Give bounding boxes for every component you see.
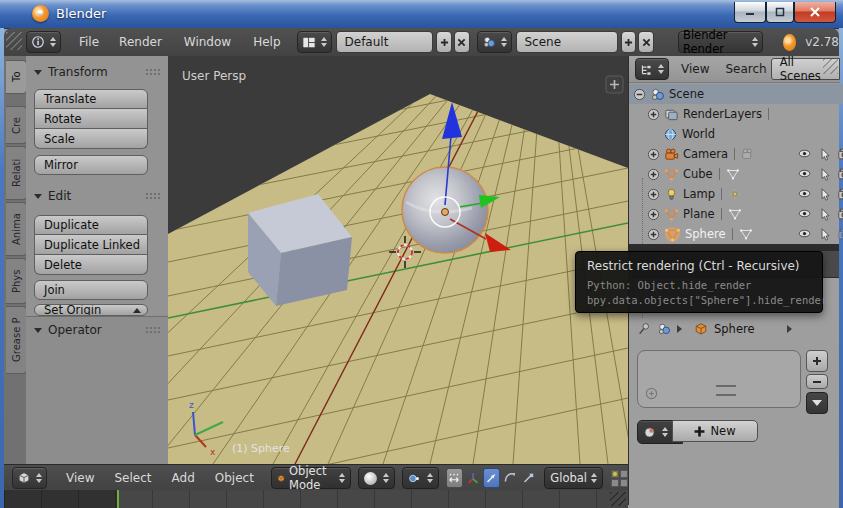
layers-widget[interactable] [611, 470, 628, 487]
hide-eye-icon[interactable] [797, 147, 812, 160]
outliner-row-world[interactable]: World [629, 124, 843, 144]
translate-manipulator-button[interactable] [483, 468, 500, 488]
restrict-select-icon[interactable] [818, 227, 831, 242]
object-breadcrumb-icon[interactable] [694, 322, 708, 336]
lamp-data-icon[interactable] [728, 187, 742, 201]
mesh-data-icon[interactable] [728, 207, 742, 221]
set-origin-button[interactable]: Set Origin [34, 304, 148, 316]
editor-type-outliner-button[interactable] [635, 58, 669, 80]
transform-panel-header[interactable]: Transform [26, 62, 168, 82]
hide-eye-icon[interactable] [797, 167, 812, 180]
expand-plus-icon[interactable] [647, 208, 660, 221]
expand-plus-icon[interactable] [647, 168, 660, 181]
outliner-row-sphere[interactable]: Sphere [629, 224, 843, 244]
restrict-render-icon[interactable] [837, 147, 843, 161]
editor-type-3dview-button[interactable] [12, 467, 47, 489]
outliner-row-plane[interactable]: Plane [629, 204, 843, 224]
duplicate-button[interactable]: Duplicate [34, 215, 148, 235]
rotate-manipulator-button[interactable] [502, 468, 518, 488]
mirror-button[interactable]: Mirror [34, 155, 148, 175]
expand-properties-button[interactable] [606, 76, 623, 93]
restrict-select-icon[interactable] [818, 207, 831, 222]
duplicate-linked-button[interactable]: Duplicate Linked [34, 235, 148, 255]
hide-eye-icon[interactable] [797, 227, 812, 240]
tab-create[interactable]: Cre [6, 106, 27, 144]
restrict-select-icon[interactable] [818, 147, 831, 162]
vp-menu-object[interactable]: Object [206, 471, 263, 485]
rotate-button[interactable]: Rotate [34, 109, 148, 129]
tab-animation[interactable]: Anima [6, 202, 27, 256]
screen-layout-field[interactable]: Default [336, 31, 434, 53]
menu-help[interactable]: Help [249, 35, 284, 49]
outliner-row-scene[interactable]: Scene [629, 84, 843, 104]
pin-icon[interactable] [637, 322, 651, 336]
expand-plus-icon[interactable] [647, 148, 660, 161]
mode-dropdown[interactable]: Object Mode [271, 467, 351, 489]
viewport-3d[interactable]: z x User Persp (1) Sphere [168, 56, 628, 464]
scale-button[interactable]: Scale [34, 129, 148, 149]
operator-panel-header[interactable]: Operator [26, 320, 168, 340]
menu-file[interactable]: File [75, 35, 103, 49]
scene-breadcrumb-icon[interactable] [657, 322, 671, 336]
mesh-data-icon[interactable] [739, 227, 753, 241]
collapse-minus-icon[interactable] [633, 88, 646, 101]
outliner-menu-view[interactable]: View [677, 62, 713, 76]
tab-tools[interactable]: To [6, 60, 27, 94]
join-button[interactable]: Join [34, 280, 148, 300]
hide-eye-icon[interactable] [797, 207, 812, 220]
editor-type-info-button[interactable] [26, 31, 61, 53]
timeline-strip[interactable] [4, 490, 628, 508]
translate-button[interactable]: Translate [34, 89, 148, 109]
hide-eye-icon[interactable] [797, 187, 812, 200]
expand-plus-icon[interactable] [647, 228, 660, 241]
menu-render[interactable]: Render [115, 35, 166, 49]
delete-screen-button[interactable] [454, 31, 470, 53]
add-material-slot-button[interactable] [806, 350, 828, 372]
tab-grease-pencil[interactable]: Grease P [6, 306, 27, 374]
maximize-button[interactable] [766, 2, 794, 23]
edit-panel-header[interactable]: Edit [26, 186, 168, 206]
outliner-row-cube[interactable]: Cube [629, 164, 843, 184]
pivot-dropdown[interactable] [402, 467, 439, 489]
delete-scene-button[interactable] [638, 31, 654, 53]
close-button[interactable] [794, 2, 836, 23]
restrict-render-icon[interactable] [837, 207, 843, 221]
orientation-dropdown[interactable]: Global [544, 467, 603, 489]
region-divider[interactable] [628, 244, 839, 251]
outliner-row-renderlayers[interactable]: RenderLayers [629, 104, 843, 124]
screen-layout-button[interactable] [297, 31, 332, 53]
restrict-render-icon-hovered[interactable] [837, 227, 843, 241]
mesh-data-icon[interactable] [726, 167, 740, 181]
outliner-row-camera[interactable]: Camera [629, 144, 843, 164]
add-scene-button[interactable] [621, 31, 637, 53]
outliner-display-mode-dropdown[interactable]: All Scenes [771, 58, 840, 80]
restrict-render-icon[interactable] [837, 187, 843, 201]
expand-plus-icon[interactable] [647, 188, 660, 201]
material-specials-menu-button[interactable] [806, 392, 828, 414]
expand-plus-icon[interactable] [647, 108, 660, 121]
list-resize-grip-icon[interactable] [716, 385, 736, 396]
remove-material-slot-button[interactable] [806, 374, 828, 389]
outliner-row-lamp[interactable]: Lamp [629, 184, 843, 204]
camera-data-icon[interactable] [741, 147, 755, 161]
tab-relations[interactable]: Relati [6, 146, 27, 200]
menu-window[interactable]: Window [180, 35, 235, 49]
new-material-button[interactable]: New [672, 420, 758, 442]
restrict-select-icon[interactable] [818, 167, 831, 182]
tab-physics[interactable]: Phys [6, 258, 27, 304]
minimize-button[interactable] [734, 2, 766, 23]
vp-menu-view[interactable]: View [57, 471, 103, 485]
shading-dropdown[interactable] [358, 467, 395, 489]
restrict-select-icon[interactable] [818, 187, 831, 202]
outliner-menu-search[interactable]: Search [721, 62, 770, 76]
timeline-corner-grip[interactable] [610, 492, 626, 506]
scale-manipulator-button[interactable] [520, 468, 536, 488]
titlebar[interactable]: Blender [0, 0, 843, 29]
add-screen-button[interactable] [436, 31, 452, 53]
material-slots-list[interactable] [637, 350, 801, 408]
scene-name-field[interactable]: Scene [516, 31, 618, 53]
manipulator-orientation-icon-button[interactable] [465, 468, 481, 488]
render-engine-dropdown[interactable]: Blender Render [678, 31, 763, 53]
vp-menu-select[interactable]: Select [105, 471, 160, 485]
manipulator-toggle-button[interactable] [446, 468, 463, 488]
